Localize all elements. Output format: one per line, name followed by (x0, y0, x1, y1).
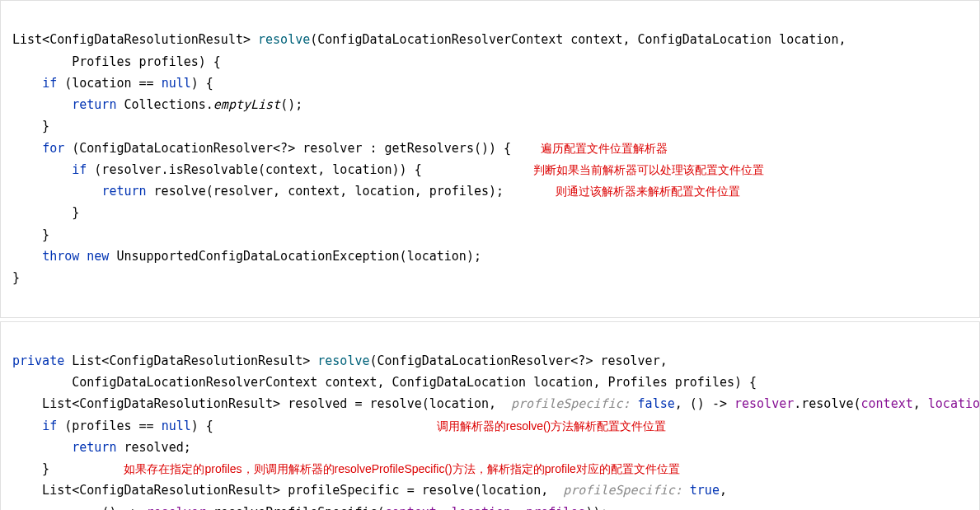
annotation-1: 遍历配置文件位置解析器 (541, 142, 668, 155)
code-block-1: List<ConfigDataResolutionResult> resolve… (0, 0, 980, 318)
annotation-5: 如果存在指定的profiles，则调用解析器的resolveProfileSpe… (124, 462, 679, 475)
annotation-2: 判断如果当前解析器可以处理该配置文件位置 (533, 163, 764, 176)
code-content-2: private List<ConfigDataResolutionResult>… (12, 350, 968, 510)
code-content-1: List<ConfigDataResolutionResult> resolve… (12, 29, 968, 288)
code-block-2: private List<ConfigDataResolutionResult>… (0, 321, 980, 511)
annotation-4: 调用解析器的resolve()方法解析配置文件位置 (437, 419, 666, 433)
annotation-3: 则通过该解析器来解析配置文件位置 (556, 185, 740, 198)
